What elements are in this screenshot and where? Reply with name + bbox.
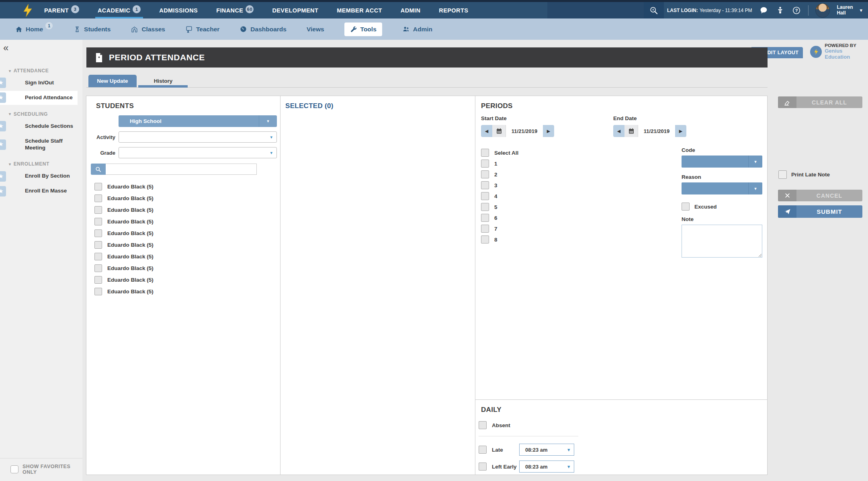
favorite-star-icon[interactable]: ★ [0, 186, 6, 196]
student-checkbox[interactable] [94, 229, 102, 237]
student-row[interactable]: Eduardo Black (5) [86, 239, 280, 251]
subnav-classes[interactable]: Classes [131, 25, 165, 33]
tab-history[interactable]: History [138, 75, 188, 87]
period-checkbox[interactable] [481, 170, 489, 178]
period-row[interactable]: 4 [481, 192, 518, 200]
reason-select[interactable]: ▾ [682, 182, 762, 194]
period-row[interactable]: 3 [481, 181, 518, 189]
end-date-value[interactable]: 11/21/2019 [638, 125, 675, 137]
period-checkbox[interactable] [481, 203, 489, 211]
sidebar-section-attendance[interactable]: ▾ ATTENDANCE [9, 68, 82, 74]
subnav-views[interactable]: Views [307, 26, 324, 33]
top-nav-reports[interactable]: REPORTS [439, 2, 468, 18]
period-checkbox[interactable] [481, 160, 489, 168]
top-nav-finance[interactable]: FINANCE 60 [216, 2, 254, 18]
period-row[interactable]: 5 [481, 203, 518, 211]
favorite-star-icon[interactable]: ★ [0, 78, 6, 88]
student-row[interactable]: Eduardo Black (5) [86, 192, 280, 204]
sidebar-item-sign-in-out[interactable]: ★ Sign In/Out [0, 76, 82, 90]
note-textarea[interactable] [682, 225, 762, 258]
lectern-icon[interactable] [775, 6, 785, 15]
show-favorites-checkbox[interactable] [10, 465, 18, 473]
sidebar-section-scheduling[interactable]: ▾ SCHEDULING [9, 111, 82, 117]
subnav-dashboards[interactable]: Dashboards [240, 25, 287, 33]
avatar[interactable] [815, 3, 830, 18]
student-checkbox[interactable] [94, 264, 102, 272]
prev-day-button[interactable]: ◀ [481, 129, 492, 134]
school-select[interactable]: High School ▾ [119, 115, 277, 127]
user-menu-caret-icon[interactable]: ▾ [860, 7, 862, 13]
period-checkbox[interactable] [481, 225, 489, 233]
period-checkbox[interactable] [481, 181, 489, 189]
student-row[interactable]: Eduardo Black (5) [86, 262, 280, 274]
print-late-note-row[interactable]: Print Late Note [778, 170, 830, 179]
chat-icon[interactable] [759, 6, 768, 15]
period-row[interactable]: 6 [481, 214, 518, 222]
student-row[interactable]: Eduardo Black (5) [86, 204, 280, 216]
excused-row[interactable]: Excused [682, 203, 762, 211]
top-nav-admin[interactable]: ADMIN [401, 2, 421, 18]
favorite-star-icon[interactable]: ★ [0, 171, 6, 182]
calendar-icon[interactable] [492, 125, 506, 137]
global-search-icon[interactable] [644, 2, 664, 18]
absent-row[interactable]: Absent [475, 421, 767, 429]
period-row[interactable]: 2 [481, 170, 518, 178]
student-checkbox[interactable] [94, 276, 102, 284]
tab-new-update[interactable]: New Update [88, 75, 137, 87]
next-day-button[interactable]: ▶ [675, 129, 686, 134]
next-day-button[interactable]: ▶ [543, 129, 554, 134]
period-checkbox[interactable] [481, 192, 489, 200]
student-checkbox[interactable] [94, 288, 102, 295]
cancel-button[interactable]: CANCEL [778, 190, 862, 201]
excused-checkbox[interactable] [682, 203, 690, 211]
calendar-icon[interactable] [624, 125, 638, 137]
student-checkbox[interactable] [94, 218, 102, 225]
left-early-time-select[interactable]: 08:23 am ▾ [519, 461, 574, 473]
late-time-select[interactable]: 08:23 am ▾ [519, 444, 574, 456]
top-nav-academic[interactable]: ACADEMIC 1 [98, 2, 141, 18]
student-checkbox[interactable] [94, 241, 102, 249]
top-nav-admissions[interactable]: ADMISSIONS [159, 2, 198, 18]
activity-select[interactable]: ▾ [119, 131, 277, 143]
favorite-star-icon[interactable]: ★ [0, 139, 6, 150]
clear-all-button[interactable]: CLEAR ALL [778, 96, 862, 108]
global-search-field[interactable] [547, 2, 644, 18]
student-row[interactable]: Eduardo Black (5) [86, 216, 280, 227]
late-checkbox[interactable] [479, 446, 487, 454]
student-row[interactable]: Eduardo Black (5) [86, 274, 280, 286]
subnav-students[interactable]: Students [74, 26, 111, 33]
brand-name[interactable]: Genius Education [825, 48, 868, 60]
user-name[interactable]: Lauren Hall [837, 5, 853, 16]
period-row[interactable]: 1 [481, 160, 518, 168]
sidebar-item-enroll-en-masse[interactable]: ★ Enroll En Masse [0, 184, 82, 198]
student-row[interactable]: Eduardo Black (5) [86, 181, 280, 192]
sidebar-item-schedule-sections[interactable]: ★ Schedule Sections [0, 119, 82, 133]
top-nav-member-acct[interactable]: MEMBER ACCT [337, 2, 382, 18]
period-checkbox[interactable] [481, 214, 489, 222]
top-nav-parent[interactable]: PARENT 3 [44, 2, 79, 18]
subnav-admin[interactable]: Admin [402, 25, 432, 33]
period-row[interactable]: 8 [481, 235, 518, 244]
select-all-row[interactable]: Select All [481, 149, 518, 157]
app-logo-bolt-icon[interactable] [21, 4, 35, 17]
help-icon[interactable]: ? [792, 6, 801, 15]
top-nav-development[interactable]: DEVELOPMENT [272, 2, 318, 18]
favorite-star-icon[interactable]: ★ [0, 92, 6, 103]
student-checkbox[interactable] [94, 183, 102, 190]
period-checkbox[interactable] [481, 235, 489, 244]
absent-checkbox[interactable] [479, 421, 487, 429]
student-row[interactable]: Eduardo Black (5) [86, 227, 280, 239]
student-checkbox[interactable] [94, 253, 102, 260]
sidebar-item-period-attendance[interactable]: ★ Period Attendance [0, 91, 78, 105]
select-all-checkbox[interactable] [481, 149, 489, 157]
sidebar-item-schedule-staff-meeting[interactable]: ★ Schedule Staff Meeting [0, 134, 82, 155]
student-checkbox[interactable] [94, 194, 102, 202]
student-search-input[interactable] [106, 164, 257, 175]
subnav-teacher[interactable]: Teacher [185, 25, 219, 33]
grade-select[interactable]: ▾ [119, 147, 277, 158]
print-late-note-checkbox[interactable] [778, 170, 787, 179]
favorite-star-icon[interactable]: ★ [0, 121, 6, 131]
subnav-tools[interactable]: Tools [344, 23, 382, 36]
student-row[interactable]: Eduardo Black (5) [86, 286, 280, 297]
sidebar-collapse-icon[interactable]: « [3, 43, 8, 53]
